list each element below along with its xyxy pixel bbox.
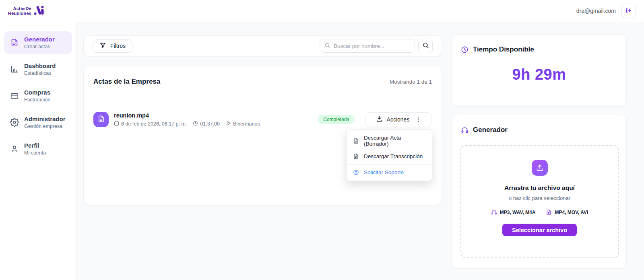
document-icon	[10, 38, 19, 47]
sidebar-item-label: Dashboard	[24, 62, 56, 70]
sidebar-item-sublabel: Crear actas	[24, 44, 55, 49]
menu-item-label: Solicitar Soporte	[364, 169, 404, 175]
sidebar-item-dashboard[interactable]: Dashboard Estadísticas	[4, 58, 72, 80]
document-icon	[353, 138, 359, 144]
calendar-icon	[114, 121, 119, 127]
sidebar-item-administrador[interactable]: Administrador Gestión empresa	[4, 111, 72, 134]
logo-line1: ActasDe	[8, 6, 31, 11]
filter-funnel-icon	[99, 42, 106, 50]
menu-item-descargar-acta[interactable]: Descargar Acta (Borrador)	[347, 132, 432, 150]
filters-label: Filtros	[110, 43, 126, 49]
status-badge: Completada	[318, 115, 355, 124]
search-box	[320, 39, 415, 53]
list-count: Mostrando 1 de 1	[390, 79, 432, 85]
logout-button[interactable]	[621, 4, 636, 18]
file-duration: 01:37:00	[200, 121, 220, 127]
file-owner: Bihermanos	[233, 121, 260, 127]
table-row: reunion.mp4 6 de feb de 2026, 06:17 p. m…	[93, 112, 432, 127]
time-available-card: Tiempo Disponible 9h 29m	[452, 34, 627, 107]
file-name: reunion.mp4	[114, 112, 260, 119]
document-icon	[97, 115, 105, 124]
download-icon	[376, 115, 383, 124]
credit-card-icon	[10, 91, 19, 100]
kebab-menu-icon	[415, 117, 421, 123]
menu-item-label: Descargar Transcripción	[364, 153, 423, 159]
menu-divider	[347, 164, 432, 165]
headphones-icon	[491, 209, 497, 215]
help-circle-icon	[353, 169, 359, 175]
search-input[interactable]	[334, 43, 410, 49]
search-icon	[324, 42, 330, 50]
sidebar-item-perfil[interactable]: Perfil Mi cuenta	[4, 138, 72, 160]
file-date: 6 de feb de 2026, 06:17 p. m.	[121, 121, 187, 127]
sidebar-item-label: Generador	[24, 36, 55, 43]
toolbar: Filtros	[83, 35, 442, 56]
actions-button[interactable]: Acciones	[365, 112, 432, 127]
sidebar-item-sublabel: Facturación	[24, 97, 50, 103]
clock-icon	[461, 46, 469, 54]
user-icon	[10, 144, 19, 153]
document-icon	[353, 153, 359, 159]
clock-icon	[193, 121, 198, 127]
generator-card-title: Generador	[473, 126, 508, 134]
menu-item-solicitar-soporte[interactable]: Solicitar Soporte	[347, 166, 432, 179]
sidebar-item-compras[interactable]: Compras Facturación	[4, 84, 72, 107]
headphones-icon	[461, 126, 469, 134]
sidebar-item-label: Perfil	[24, 142, 46, 149]
sidebar-item-sublabel: Mi cuenta	[24, 150, 46, 156]
user-email: dra@gmail.com	[576, 8, 616, 14]
sidebar-item-label: Compras	[24, 89, 50, 96]
actions-dropdown-menu: Descargar Acta (Borrador) Descargar Tran…	[346, 129, 432, 181]
logo-mark-icon	[33, 5, 44, 17]
file-dropzone[interactable]: Arrastra tu archivo aquí o haz clic para…	[460, 145, 619, 258]
menu-item-descargar-transcripcion[interactable]: Descargar Transcripción	[347, 150, 432, 163]
time-card-title: Tiempo Disponible	[473, 45, 534, 54]
sidebar-item-sublabel: Gestión empresa	[24, 124, 66, 129]
sidebar-item-generador[interactable]: Generador Crear actas	[4, 31, 72, 54]
user-plus-icon	[226, 121, 231, 127]
search-button[interactable]	[418, 39, 433, 53]
list-title: Actas de la Empresa	[93, 78, 160, 86]
sidebar-item-label: Administrador	[24, 115, 66, 123]
bar-chart-icon	[10, 65, 19, 74]
video-file-icon	[546, 209, 552, 215]
filters-button[interactable]: Filtros	[93, 39, 132, 53]
upload-icon	[532, 160, 548, 176]
logo-line2: Reuniones	[8, 11, 31, 16]
gear-icon	[10, 118, 19, 127]
menu-item-label: Descargar Acta (Borrador)	[364, 135, 425, 147]
logout-icon	[625, 7, 632, 15]
sidebar: Generador Crear actas Dashboard Estadíst…	[0, 22, 76, 280]
audio-formats-label: MP3, WAV, M4A	[500, 210, 536, 215]
select-file-button[interactable]: Seleccionar archivo	[502, 224, 577, 236]
sidebar-item-sublabel: Estadísticas	[24, 70, 56, 76]
app-header: ActasDe Reuniones dra@gmail.com	[0, 0, 644, 22]
generator-card: Generador Arrastra tu archivo aquí o haz…	[452, 115, 627, 269]
app-logo: ActasDe Reuniones	[8, 5, 44, 17]
actions-label: Acciones	[387, 116, 410, 123]
file-type-badge	[93, 112, 109, 127]
search-icon	[422, 42, 429, 50]
dropzone-subtitle: o haz clic para seleccionar	[461, 195, 618, 201]
video-formats-label: MP4, MOV, AVI	[555, 210, 588, 215]
dropzone-title: Arrastra tu archivo aquí	[461, 184, 618, 191]
time-available-value: 9h 29m	[452, 66, 626, 83]
